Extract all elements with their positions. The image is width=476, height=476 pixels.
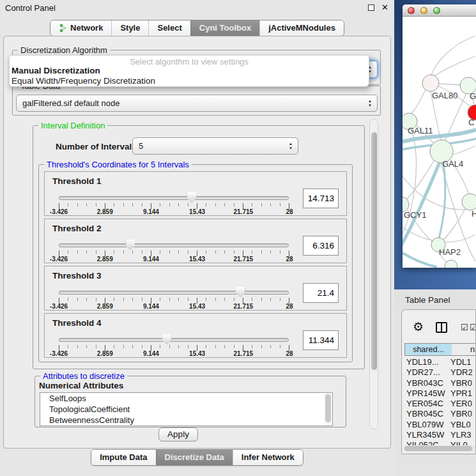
network-canvas[interactable]: GAL80 GA GAL11 C GAL4 GCY1 H HAP2 — [403, 17, 476, 268]
list-item[interactable]: SelfLoops — [40, 393, 332, 404]
threshold-value-field[interactable] — [303, 188, 339, 208]
threshold-2-panel: Threshold 2 -3.426 2.859 9.144 15.43 21.… — [44, 219, 347, 263]
scrollbar-thumb[interactable] — [325, 394, 331, 422]
cell: YDR27... — [402, 367, 450, 377]
slider-track[interactable] — [59, 196, 289, 200]
content-scrollbar[interactable] — [369, 119, 378, 429]
number-of-intervals-combobox[interactable]: 5 ▲▼ — [132, 137, 298, 155]
threshold-value-field[interactable] — [303, 283, 339, 303]
tab-label: Network — [70, 23, 103, 33]
tab-label: Style — [120, 23, 140, 33]
threshold-label: Threshold 3 — [52, 271, 102, 280]
slider-thumb[interactable] — [187, 192, 196, 203]
horizontal-scrollbar[interactable] — [403, 445, 475, 452]
slider-track[interactable] — [59, 291, 289, 295]
node-label: GAL4 — [442, 159, 463, 169]
threshold-label: Threshold 2 — [52, 224, 102, 233]
list-item[interactable]: TopologicalCoefficient — [40, 404, 332, 415]
tab-cyni-toolbox[interactable]: Cyni Toolbox — [190, 20, 259, 36]
tab-impute-data[interactable]: Impute Data — [91, 450, 155, 465]
slider-thumb[interactable] — [162, 334, 172, 345]
popup-prompt: Select algorithm to view settings — [10, 57, 369, 66]
cell: YPR145W — [402, 388, 450, 398]
close-icon[interactable]: ✕ — [381, 3, 388, 12]
cell: YDL1 — [450, 357, 472, 367]
table-row[interactable]: YBR045CYBR0 — [402, 409, 476, 419]
popup-option-manual-discretization[interactable]: Manual Discretization — [12, 66, 100, 75]
column-header-name[interactable]: na — [452, 343, 476, 356]
tab-label: Discretize Data — [165, 452, 224, 462]
node-label: H — [472, 209, 476, 219]
slider-thumb[interactable] — [236, 287, 245, 298]
cell: YDR2 — [450, 367, 472, 377]
popup-option-equal-width[interactable]: Equal Width/Frequency Discretization — [12, 76, 155, 86]
list-item[interactable]: BetweennessCentrality — [40, 415, 332, 426]
slider-scale: -3.426 2.859 9.144 15.43 21.715 28 — [59, 256, 289, 263]
scrollbar-thumb[interactable] — [404, 446, 472, 451]
node-label: C — [468, 118, 474, 127]
split-columns-icon[interactable] — [436, 322, 447, 333]
table-data-combobox[interactable]: galFiltered.sif default node ▲▼ — [16, 95, 378, 112]
scrollbar-thumb[interactable] — [371, 132, 377, 370]
cell: YLR345W — [402, 430, 450, 440]
tab-select[interactable]: Select — [148, 20, 190, 36]
tab-jactivemnodules[interactable]: jActiveMNodules — [259, 20, 344, 36]
scale-label: 21.715 — [234, 208, 254, 215]
thresholds-group: Threshold's Coordinates for 5 Intervals … — [38, 164, 353, 362]
scale-label: -3.426 — [50, 256, 68, 263]
stepper-icon: ▲▼ — [289, 142, 293, 151]
tab-network[interactable]: Network — [50, 20, 111, 36]
node[interactable] — [462, 194, 476, 210]
scale-label: 9.144 — [143, 303, 159, 310]
table-row[interactable]: YER054CYER0 — [402, 399, 476, 409]
list-scrollbar[interactable] — [325, 394, 332, 426]
slider-thumb[interactable] — [125, 240, 135, 250]
node[interactable] — [445, 260, 457, 268]
minimize-traffic-light[interactable] — [420, 7, 427, 14]
numerical-attributes-list[interactable]: SelfLoops TopologicalCoefficient Between… — [40, 392, 333, 426]
slider-track[interactable] — [59, 338, 289, 342]
cell: YBR043C — [402, 378, 450, 388]
network-graph: GAL80 GA GAL11 C GAL4 GCY1 H HAP2 — [403, 17, 476, 268]
table-row[interactable]: YBL079WYBL0 — [402, 420, 476, 430]
gear-icon[interactable]: ⚙ — [413, 321, 424, 333]
checkbox-icon[interactable]: ☑ — [470, 323, 476, 332]
scale-label: 28 — [286, 256, 293, 263]
table-row[interactable]: YDL19...YDL1 — [402, 357, 476, 367]
table-row[interactable]: YLR345WYLR3 — [402, 430, 476, 440]
top-tab-bar: Network Style Select Cyni Toolbox jActiv… — [0, 20, 394, 36]
scale-label: 9.144 — [143, 350, 159, 357]
tab-infer-network[interactable]: Infer Network — [233, 450, 303, 465]
threshold-1-panel: Threshold 1 -3.426 2.859 9.144 15.43 21.… — [44, 171, 347, 216]
table-toolbar: ⚙ ☑ ☑ — [402, 310, 475, 342]
cell: YDL19... — [402, 357, 450, 367]
cell: YLR3 — [450, 430, 472, 440]
table-row[interactable]: YBR043CYBR0 — [402, 378, 476, 388]
scale-label: 21.715 — [234, 256, 254, 263]
slider-scale: -3.426 2.859 9.144 15.43 21.715 28 — [59, 208, 289, 215]
slider-track[interactable] — [59, 243, 289, 247]
table-rows: YDL19...YDL1 YDR27...YDR2 YBR043CYBR0 YP… — [402, 357, 476, 452]
node-gal80[interactable] — [422, 75, 439, 91]
table-panel: ⚙ ☑ ☑ shared... na YDL19...YDL1 YDR27...… — [401, 309, 476, 454]
scale-label: 15.43 — [189, 303, 205, 310]
apply-button[interactable]: Apply — [158, 427, 198, 441]
tab-discretize-data[interactable]: Discretize Data — [156, 450, 233, 465]
slider-scale: -3.426 2.859 9.144 15.43 21.715 28 — [59, 303, 289, 310]
tab-style[interactable]: Style — [111, 20, 148, 36]
cyni-toolbox-content: Discretization Algorithm ▲▼ Select algor… — [3, 36, 391, 449]
table-row[interactable]: YDR27...YDR2 — [402, 367, 476, 378]
float-window-icon[interactable] — [368, 4, 374, 11]
threshold-value-field[interactable] — [303, 330, 339, 350]
checkbox-icon[interactable]: ☑ — [461, 323, 468, 332]
threshold-value-field[interactable] — [303, 236, 339, 256]
cell: YBR045C — [402, 409, 450, 418]
zoom-traffic-light[interactable] — [433, 7, 440, 14]
group-title: Threshold's Coordinates for 5 Intervals — [44, 160, 192, 169]
network-window: GAL80 GA GAL11 C GAL4 GCY1 H HAP2 — [403, 4, 476, 268]
table-row[interactable]: YPR145WYPR1 — [402, 388, 476, 399]
column-header-shared-name[interactable]: shared... — [404, 343, 452, 356]
scale-label: 15.43 — [189, 350, 205, 357]
close-traffic-light[interactable] — [408, 7, 415, 14]
scale-label: 2.859 — [97, 303, 113, 310]
